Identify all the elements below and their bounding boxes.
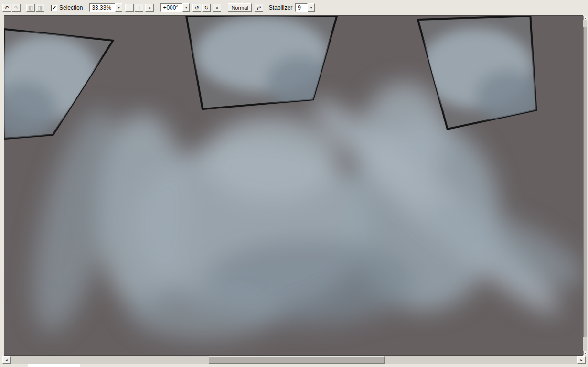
rotate-ccw-button[interactable]: ↺ bbox=[192, 4, 201, 12]
vertical-scroll-thumb[interactable] bbox=[583, 27, 587, 337]
navigator-toolbar: ↶ ↷ ◧ ◨ ✓ Selection 33.33% ▼ − + ▫ +000°… bbox=[0, 0, 588, 15]
zoom-in-button[interactable]: + bbox=[135, 4, 143, 12]
vertical-scrollbar[interactable]: ▲ ▼ bbox=[583, 16, 587, 355]
rotate-cw-button[interactable]: ↻ bbox=[202, 4, 211, 12]
view-mode-button[interactable]: Normal bbox=[228, 3, 251, 12]
scroll-up-arrow-icon[interactable]: ▲ bbox=[583, 16, 587, 20]
history-group: ↶ ↷ bbox=[2, 4, 21, 12]
selection-toggle-group: ✓ Selection bbox=[51, 4, 83, 11]
zoom-out-button[interactable]: − bbox=[125, 4, 134, 12]
stabilizer-value-field[interactable]: 9 bbox=[295, 3, 308, 12]
deselect-button[interactable]: ◧ bbox=[26, 4, 35, 12]
app-window: ↶ ↷ ◧ ◨ ✓ Selection 33.33% ▼ − + ▫ +000°… bbox=[0, 0, 588, 367]
selection-ops-group: ◧ ◨ bbox=[26, 4, 44, 12]
rotation-group: +000° ▼ ↺ ↻ ▫ bbox=[160, 3, 221, 12]
horizontal-scroll-track[interactable] bbox=[11, 356, 577, 364]
redo-button[interactable]: ↷ bbox=[12, 4, 21, 12]
status-box bbox=[28, 364, 80, 367]
angle-reset-button[interactable]: ▫ bbox=[213, 4, 221, 12]
scroll-down-arrow-icon[interactable]: ▼ bbox=[583, 351, 587, 355]
invert-selection-button[interactable]: ◨ bbox=[36, 4, 44, 12]
flip-horizontal-button[interactable]: ⇄ bbox=[255, 4, 263, 12]
zoom-value-field[interactable]: 33.33% bbox=[89, 3, 115, 12]
canvas-artwork[interactable] bbox=[4, 16, 583, 355]
horizontal-scrollbar[interactable]: ◄ ► bbox=[2, 356, 586, 364]
selection-label: Selection bbox=[59, 4, 83, 11]
angle-value-field[interactable]: +000° bbox=[160, 3, 182, 12]
vertical-scroll-track[interactable] bbox=[583, 20, 587, 351]
inset-panel-top-center bbox=[186, 16, 337, 109]
canvas-viewport[interactable] bbox=[4, 15, 583, 356]
stabilizer-dropdown-arrow-icon[interactable]: ▼ bbox=[308, 3, 315, 12]
zoom-dropdown-arrow-icon[interactable]: ▼ bbox=[115, 3, 122, 12]
scroll-right-arrow-icon[interactable]: ► bbox=[577, 356, 586, 364]
stabilizer-group: Stabilizer 9 ▼ bbox=[269, 3, 315, 12]
view-mode-group: Normal ⇄ bbox=[228, 3, 263, 12]
undo-button[interactable]: ↶ bbox=[2, 4, 11, 12]
scroll-left-arrow-icon[interactable]: ◄ bbox=[2, 356, 11, 364]
zoom-reset-button[interactable]: ▫ bbox=[145, 4, 154, 12]
selection-checkbox[interactable]: ✓ bbox=[51, 5, 57, 11]
stabilizer-label: Stabilizer bbox=[269, 4, 292, 11]
horizontal-scroll-thumb[interactable] bbox=[209, 356, 385, 364]
zoom-group: 33.33% ▼ − + ▫ bbox=[89, 3, 154, 12]
angle-dropdown-arrow-icon[interactable]: ▼ bbox=[182, 3, 190, 12]
